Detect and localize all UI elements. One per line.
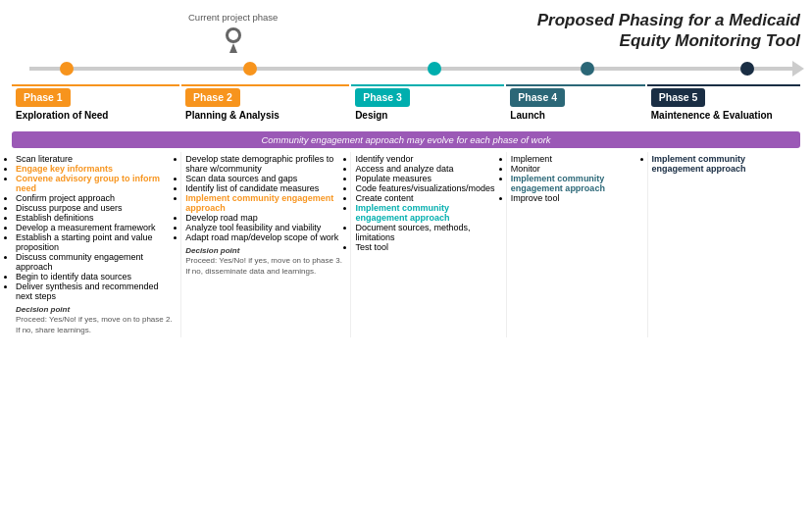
phase2-name: Planning & Analysis xyxy=(185,109,345,123)
list-item: Develop a measurement framework xyxy=(16,223,175,232)
phase5-header-col: Phase 5 Maintenence & Evaluation xyxy=(647,84,800,128)
list-item: Develop state demographic profiles to sh… xyxy=(185,154,344,174)
list-item: Document sources, methods, limitations xyxy=(355,223,499,242)
phase2-content: Develop state demographic profiles to sh… xyxy=(180,152,348,337)
list-item: Populate measures xyxy=(355,174,499,183)
main-title: Proposed Phasing for a Medicaid Equity M… xyxy=(278,10,800,52)
decision-point-1: Decision point Proceed: Yes/No! if yes, … xyxy=(16,305,175,335)
current-phase-indicator: Current project phase xyxy=(188,12,278,53)
phase5-name: Maintenence & Evaluation xyxy=(651,109,796,123)
title-block: Proposed Phasing for a Medicaid Equity M… xyxy=(278,10,800,52)
list-item: Analyze tool feasibility and viability xyxy=(185,223,344,232)
list-item: Establish a starting point and value pro… xyxy=(16,232,175,252)
decision-text-1: Proceed: Yes/No! if yes, move on to phas… xyxy=(16,315,175,335)
main-container: Current project phase Proposed Phasing f… xyxy=(0,0,812,512)
phase1-name: Exploration of Need xyxy=(16,109,176,123)
timeline-arrow xyxy=(792,61,804,77)
timeline-dot-4 xyxy=(581,62,594,76)
phase5-content: Implement community engagement approach xyxy=(647,152,800,337)
list-item: Implement community engagement approach xyxy=(185,193,344,213)
phase5-list: Implement community engagement approach xyxy=(652,154,796,174)
community-banner: Community engagement approach may evolve… xyxy=(12,131,800,148)
phase2-list: Develop state demographic profiles to sh… xyxy=(185,154,344,242)
list-item: Identify vendor xyxy=(355,154,499,164)
phase3-name: Design xyxy=(355,109,500,123)
decision-point-2: Decision point Proceed: Yes/No! if yes, … xyxy=(185,246,344,277)
phase3-content: Identify vendor Access and analyze data … xyxy=(350,152,503,337)
list-item: Access and analyze data xyxy=(355,164,499,174)
list-item: Engage key informants xyxy=(16,164,175,174)
content-row: Scan literature Engage key informants Co… xyxy=(12,152,800,337)
current-phase-label: Current project phase xyxy=(188,12,278,23)
list-item: Deliver synthesis and recommended next s… xyxy=(16,282,175,301)
phase1-content: Scan literature Engage key informants Co… xyxy=(12,152,178,337)
phase4-name: Launch xyxy=(510,109,640,123)
decision-title-1: Decision point xyxy=(16,305,175,315)
list-item: Create content xyxy=(355,193,499,203)
list-item: Improve tool xyxy=(511,193,641,203)
list-item: Discuss community engagement approach xyxy=(16,252,175,272)
phase3-header-col: Phase 3 Design xyxy=(351,84,504,128)
list-item: Identify list of candidate measures xyxy=(185,183,344,193)
timeline-dot-3 xyxy=(428,62,441,76)
phases-header-row: Phase 1 Exploration of Need Phase 2 Plan… xyxy=(12,84,800,128)
list-item: Implement community engagement approach xyxy=(355,203,499,223)
list-item: Develop road map xyxy=(185,213,344,223)
phase2-header-col: Phase 2 Planning & Analysis xyxy=(181,84,349,128)
phase4-list: Implement Monitor Implement community en… xyxy=(511,154,641,203)
phase1-header-col: Phase 1 Exploration of Need xyxy=(12,84,179,128)
timeline-row xyxy=(12,59,800,78)
phase2-badge: Phase 2 xyxy=(185,88,240,107)
list-item: Code features/visualizations/modes xyxy=(355,183,499,193)
phase1-badge: Phase 1 xyxy=(16,88,71,107)
list-item: Implement community engagement approach xyxy=(511,174,641,193)
svg-marker-2 xyxy=(229,43,237,53)
pin-icon xyxy=(224,26,243,53)
header: Current project phase Proposed Phasing f… xyxy=(12,10,800,53)
phase5-badge: Phase 5 xyxy=(651,88,706,107)
phase3-list: Identify vendor Access and analyze data … xyxy=(355,154,499,252)
list-item: Establish definitions xyxy=(16,213,175,223)
timeline-track xyxy=(29,67,794,71)
timeline-dot-2 xyxy=(243,62,257,76)
list-item: Begin to identify data sources xyxy=(16,272,175,282)
timeline-dot-5 xyxy=(740,62,754,76)
list-item: Test tool xyxy=(355,242,499,252)
list-item: Scan data sources and gaps xyxy=(185,174,344,183)
list-item: Discuss purpose and users xyxy=(16,203,175,213)
decision-title-2: Decision point xyxy=(185,246,344,256)
phase4-header-col: Phase 4 Launch xyxy=(506,84,644,128)
timeline-dot-1 xyxy=(60,62,74,76)
list-item: Convene advisory group to inform need xyxy=(16,174,175,193)
list-item: Confirm project approach xyxy=(16,193,175,203)
list-item: Monitor xyxy=(511,164,641,174)
phase3-badge: Phase 3 xyxy=(355,88,410,107)
list-item: Implement community engagement approach xyxy=(652,154,796,174)
phase4-content: Implement Monitor Implement community en… xyxy=(506,152,645,337)
decision-text-2: Proceed: Yes/No! if yes, move on to phas… xyxy=(185,256,344,277)
list-item: Implement xyxy=(511,154,641,164)
phase4-badge: Phase 4 xyxy=(510,88,565,107)
list-item: Adapt road map/develop scope of work xyxy=(185,232,344,242)
svg-point-1 xyxy=(228,30,238,40)
phase1-list: Scan literature Engage key informants Co… xyxy=(16,154,175,301)
list-item: Scan literature xyxy=(16,154,175,164)
